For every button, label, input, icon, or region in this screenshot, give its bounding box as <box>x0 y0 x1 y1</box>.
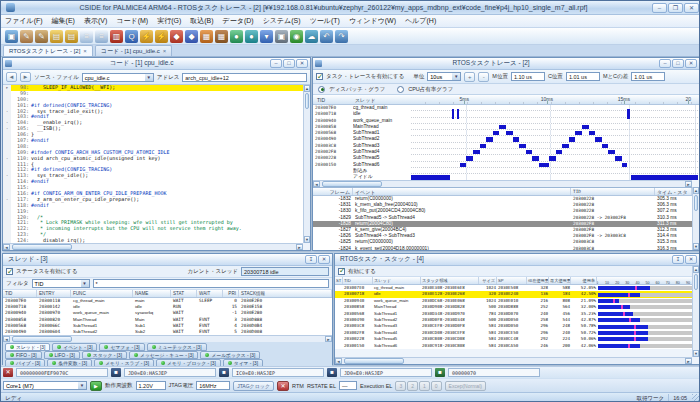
doc-new-icon[interactable]: ≡ <box>80 30 93 43</box>
code-maximize-button[interactable]: □ <box>283 59 295 68</box>
thread-table[interactable]: 203007E020300118cg_thread_mainmainWAITSL… <box>3 298 332 335</box>
thread-horizontal-scrollbar[interactable]: ◄ ► <box>3 335 332 342</box>
event-column-header[interactable]: イベント <box>353 188 571 195</box>
thread-column-header[interactable]: NAME <box>133 290 171 297</box>
chevron-down-icon[interactable]: ▼ <box>81 280 89 287</box>
undo-icon[interactable]: ↶ <box>320 30 333 43</box>
scroll-right-icon[interactable]: ► <box>685 358 692 364</box>
stack-row[interactable]: 20300150SubThread62030C918-2030CB0858420… <box>335 343 699 349</box>
run-state-icon[interactable]: ▶ <box>90 381 102 391</box>
object-tab[interactable]: イベント - [3] <box>52 343 97 351</box>
disc-green-icon[interactable]: ● <box>230 30 243 43</box>
trace-close-button[interactable]: ✕ <box>685 59 697 68</box>
stack-table[interactable]: 203007E0cg_thread_main2030E308-2030E6E81… <box>335 285 699 349</box>
stack-column-header[interactable]: スタック領域 <box>421 277 479 284</box>
folder-doc-icon[interactable]: ▤ <box>65 30 78 43</box>
event-row[interactable]: -1824k_event_set(20004D18,00000001)20300… <box>313 246 692 251</box>
trace-maximize-button[interactable]: □ <box>672 59 684 68</box>
object-tab[interactable]: FIFO - [3] <box>5 351 42 359</box>
restore-button[interactable]: ❐ <box>668 3 683 13</box>
menu-item[interactable]: ヘルプ(H) <box>405 16 436 26</box>
cloud-teal-icon[interactable]: ☁ <box>305 30 318 43</box>
stack-column-header[interactable]: TID <box>343 277 373 284</box>
folder-open-icon[interactable]: ▤ <box>50 30 63 43</box>
camera-icon[interactable]: ▣ <box>275 30 288 43</box>
pin-icon[interactable]: ↧ <box>305 255 317 264</box>
graph-horizontal-scrollbar[interactable]: ◄ ► <box>313 180 692 187</box>
unit-select[interactable]: 10us ▼ <box>427 72 461 81</box>
stack-column-header[interactable]: 現在使用量 <box>527 277 549 284</box>
nav-forward-button[interactable]: ► <box>20 72 31 82</box>
mpos-field[interactable]: 1.10 us <box>511 72 545 81</box>
resize-grip[interactable] <box>692 394 700 402</box>
address-input[interactable]: arch_cpu_idle+12 <box>182 73 307 82</box>
stack-horizontal-scrollbar[interactable]: ◄ ► <box>335 357 692 364</box>
run-step-icon[interactable]: ⚡ <box>140 30 153 43</box>
filter-type-select[interactable]: TID ▼ <box>32 279 90 288</box>
scroll-up-icon[interactable]: ▲ <box>693 187 699 194</box>
globe-green-icon[interactable]: ◉ <box>290 30 303 43</box>
code-horizontal-scrollbar[interactable]: ◄ ► <box>3 243 303 250</box>
menu-item[interactable]: 編集(E) <box>52 16 75 26</box>
event-column-header[interactable]: フレーム <box>313 188 353 195</box>
object-tab[interactable]: メッセージ・キュー - [3] <box>129 351 198 359</box>
disc-teal-icon[interactable]: ● <box>245 30 258 43</box>
ledger-icon[interactable]: ▥ <box>110 30 123 43</box>
menu-item[interactable]: システム(S) <box>263 16 301 26</box>
stack-column-header[interactable]: サイズ <box>479 277 497 284</box>
monitor-icon[interactable]: ▣ <box>5 30 18 43</box>
source-file-select[interactable]: cpu_idle.c ▼ <box>82 73 154 82</box>
thread-column-header[interactable]: TID <box>3 290 37 297</box>
chevron-down-icon[interactable]: ▼ <box>78 382 86 389</box>
thread-column-header[interactable]: STACK情報 <box>239 290 332 297</box>
thread-close-button[interactable]: ✕ <box>318 255 330 264</box>
scroll-right-icon[interactable]: ► <box>296 244 303 250</box>
el-level-button[interactable]: 0 <box>431 381 442 391</box>
object-tab[interactable]: メールボックス - [3] <box>200 351 260 359</box>
scroll-right-icon[interactable]: ► <box>325 336 332 342</box>
scroll-left-icon[interactable]: ◄ <box>335 358 342 364</box>
stop-icon[interactable]: ✕ <box>277 381 289 391</box>
el-level-button[interactable]: 3 <box>395 381 406 391</box>
filter-input[interactable]: * <box>93 279 329 288</box>
document-tab[interactable]: RTOSタスクトレース - [2]× <box>3 45 93 56</box>
chevron-down-icon[interactable]: ▼ <box>145 74 153 81</box>
menu-item[interactable]: 実行(G) <box>157 16 181 26</box>
dispatch-graph[interactable]: 203007E0cg_thread_main20300718idle203009… <box>313 105 699 180</box>
scroll-thumb[interactable] <box>12 244 72 250</box>
search-icon[interactable]: Q <box>125 30 138 43</box>
cpos-field[interactable]: 1.01 us <box>566 72 600 81</box>
menu-item[interactable]: ウィンドウ(W) <box>349 16 396 26</box>
watch-toggle-icon[interactable]: ✕ <box>3 368 13 377</box>
event-column-header[interactable]: TID <box>571 188 655 195</box>
core-select[interactable]: Core1 (M7) ▼ <box>3 381 87 390</box>
scroll-thumb[interactable] <box>694 274 698 290</box>
stack-enable-checkbox[interactable] <box>338 268 345 275</box>
diff-field[interactable]: 1.01 us <box>631 72 665 81</box>
watch-toggle-icon[interactable]: ■ <box>111 368 121 377</box>
close-icon[interactable]: × <box>83 48 87 54</box>
event-list[interactable]: -1832return(C0000000)20300228305.3 ms-18… <box>313 196 692 250</box>
object-tab[interactable]: ミューテックス - [3] <box>147 343 207 351</box>
drop-blue-icon[interactable]: ▾ <box>260 30 273 43</box>
edit-copy-icon[interactable]: ✎ <box>35 30 48 43</box>
menu-item[interactable]: データ(D) <box>223 16 254 26</box>
stack-column-header[interactable]: 最大使用量 <box>549 277 571 284</box>
event-column-header[interactable]: タイム・スタンプ <box>655 188 692 195</box>
package-blue-icon[interactable]: ◆ <box>185 30 198 43</box>
nav-back-button[interactable]: ◄ <box>6 72 17 82</box>
trace-enable-checkbox[interactable] <box>316 73 323 80</box>
el-level-button[interactable]: 1 <box>419 381 430 391</box>
stack-column-header[interactable]: スレッド <box>373 277 421 284</box>
menu-item[interactable]: 取込(B) <box>190 16 213 26</box>
menu-item[interactable]: ツール(T) <box>310 16 340 26</box>
doc-edit-icon[interactable]: ≡ <box>95 30 108 43</box>
scroll-thumb[interactable] <box>694 195 698 211</box>
code-vertical-scrollbar[interactable]: ▲ ▼ <box>303 85 310 243</box>
thread-column-header[interactable]: STAT <box>171 290 197 297</box>
scroll-left-icon[interactable]: ◄ <box>3 244 10 250</box>
scroll-thumb[interactable] <box>12 336 72 342</box>
scroll-thumb[interactable] <box>305 93 309 109</box>
menu-item[interactable]: 表示(V) <box>84 16 107 26</box>
scroll-thumb[interactable] <box>344 358 404 364</box>
